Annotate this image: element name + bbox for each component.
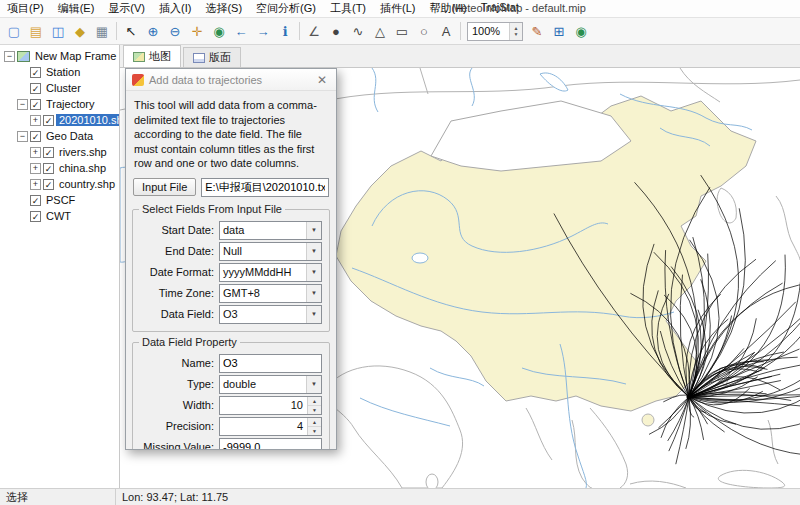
- combo-value: yyyyMMddHH: [220, 264, 306, 281]
- layer-checkbox[interactable]: ✓: [30, 83, 41, 94]
- tree-item-china-shp[interactable]: +✓china.shp: [0, 160, 119, 176]
- chevron-down-icon[interactable]: ▼: [306, 264, 321, 281]
- layer-checkbox[interactable]: ✓: [43, 163, 54, 174]
- new-icon[interactable]: ▢: [3, 20, 25, 42]
- field-label: Time Zone:: [140, 287, 214, 299]
- tab-label: 地图: [149, 49, 171, 64]
- save-icon[interactable]: ◫: [47, 20, 69, 42]
- width-spinner[interactable]: 10▲▼: [219, 396, 322, 415]
- dialog-titlebar[interactable]: Add data to trajectories ✕: [126, 69, 336, 91]
- menu-t[interactable]: 工具(T): [323, 1, 373, 16]
- dialog-title: Add data to trajectories: [149, 74, 314, 86]
- zoom-previous-icon[interactable]: ←: [230, 20, 252, 42]
- layer-checkbox[interactable]: ✓: [43, 147, 54, 158]
- tab-layout[interactable]: 版面: [183, 47, 241, 67]
- layer-checkbox[interactable]: ✓: [30, 99, 41, 110]
- spin-up-icon[interactable]: ▲: [308, 397, 321, 406]
- layer-checkbox[interactable]: ✓: [30, 211, 41, 222]
- input-file-field[interactable]: [201, 178, 329, 197]
- expand-icon[interactable]: +: [30, 147, 41, 158]
- missing-value-input[interactable]: [219, 438, 322, 449]
- spin-down-icon[interactable]: ▼: [308, 406, 321, 414]
- tree-item-rivers-shp[interactable]: +✓rivers.shp: [0, 144, 119, 160]
- menu-e[interactable]: 编辑(E): [51, 1, 102, 16]
- close-icon[interactable]: ✕: [314, 73, 330, 87]
- layer-checkbox[interactable]: ✓: [43, 115, 54, 126]
- layer-checkbox[interactable]: ✓: [30, 195, 41, 206]
- layers-panel: −New Map Frame✓Station✓Cluster−✓Trajecto…: [0, 45, 120, 488]
- menu-g[interactable]: 空间分析(G): [249, 1, 323, 16]
- precision-spinner[interactable]: 4▲▼: [219, 417, 322, 436]
- polyline-tool-icon[interactable]: ∿: [347, 20, 369, 42]
- date-format-select[interactable]: yyyyMMddHH▼: [219, 263, 322, 282]
- tree-item-trajectory[interactable]: −✓Trajectory: [0, 96, 119, 112]
- measure-icon[interactable]: ∠: [303, 20, 325, 42]
- ellipse-tool-icon[interactable]: ○: [413, 20, 435, 42]
- end-date-select[interactable]: Null▼: [219, 242, 322, 261]
- remove-layer-icon[interactable]: ▦: [91, 20, 113, 42]
- time-zone-select[interactable]: GMT+8▼: [219, 284, 322, 303]
- chevron-down-icon[interactable]: ▼: [306, 222, 321, 239]
- menu-p[interactable]: 项目(P): [0, 1, 51, 16]
- menu-l[interactable]: 插件(L): [373, 1, 422, 16]
- edit-pencil-icon[interactable]: ✎: [526, 20, 548, 42]
- tree-item-cluster[interactable]: ✓Cluster: [0, 80, 119, 96]
- chevron-down-icon[interactable]: ▼: [306, 243, 321, 260]
- map-view[interactable]: Add data to trajectories ✕ This tool wil…: [120, 68, 800, 488]
- layer-label: country.shp: [56, 178, 118, 190]
- spin-up-icon[interactable]: ▲: [308, 418, 321, 427]
- start-date-select[interactable]: data▼: [219, 221, 322, 240]
- tree-item-20201010-shp[interactable]: +✓20201010.shp: [0, 112, 119, 128]
- add-layer-icon[interactable]: ◆: [69, 20, 91, 42]
- layer-label: china.shp: [56, 162, 109, 174]
- text-tool-icon[interactable]: A: [435, 20, 457, 42]
- map-frame-label: New Map Frame: [32, 50, 119, 62]
- layer-checkbox[interactable]: ✓: [43, 179, 54, 190]
- zoom-next-icon[interactable]: →: [252, 20, 274, 42]
- layer-label: Geo Data: [43, 130, 96, 142]
- select-icon[interactable]: ↖: [120, 20, 142, 42]
- toolbar: ▢▤◫◆▦↖⊕⊖✛◉←→ℹ∠●∿△▭○A100%▲▼✎⊞◉: [0, 18, 800, 45]
- expand-icon[interactable]: +: [30, 179, 41, 190]
- input-file-button[interactable]: Input File: [133, 178, 196, 196]
- attribute-table-icon[interactable]: ⊞: [548, 20, 570, 42]
- zoom-level-select[interactable]: 100%▲▼: [467, 22, 523, 41]
- data-field-select[interactable]: O3▼: [219, 305, 322, 324]
- collapse-icon[interactable]: −: [4, 51, 15, 62]
- pan-icon[interactable]: ✛: [186, 20, 208, 42]
- tree-item-country-shp[interactable]: +✓country.shp: [0, 176, 119, 192]
- open-folder-icon[interactable]: ▤: [25, 20, 47, 42]
- spin-down-icon[interactable]: ▼: [308, 427, 321, 435]
- collapse-icon[interactable]: −: [17, 131, 28, 142]
- menu-i[interactable]: 插入(I): [152, 1, 198, 16]
- expand-icon[interactable]: +: [30, 163, 41, 174]
- identify-icon[interactable]: ℹ: [274, 20, 296, 42]
- name-input[interactable]: [219, 354, 322, 373]
- chevron-down-icon[interactable]: ▼: [306, 376, 321, 393]
- menu-s[interactable]: 选择(S): [198, 1, 249, 16]
- tree-item-geo-data[interactable]: −✓Geo Data: [0, 128, 119, 144]
- tree-item-station[interactable]: ✓Station: [0, 64, 119, 80]
- tree-root-map-frame[interactable]: −New Map Frame: [0, 48, 119, 64]
- menu-v[interactable]: 显示(V): [101, 1, 152, 16]
- field-label: End Date:: [140, 245, 214, 257]
- tree-item-cwt[interactable]: ✓CWT: [0, 208, 119, 224]
- tab-map[interactable]: 地图: [123, 45, 181, 67]
- chevron-down-icon[interactable]: ▼: [306, 306, 321, 323]
- zoom-in-icon[interactable]: ⊕: [142, 20, 164, 42]
- collapse-icon[interactable]: −: [17, 99, 28, 110]
- chevron-down-icon[interactable]: ▼: [306, 285, 321, 302]
- tree-item-pscf[interactable]: ✓PSCF: [0, 192, 119, 208]
- field-label: Start Date:: [140, 224, 214, 236]
- polygon-tool-icon[interactable]: △: [369, 20, 391, 42]
- expand-icon[interactable]: +: [30, 115, 41, 126]
- zoom-out-icon[interactable]: ⊖: [164, 20, 186, 42]
- rectangle-tool-icon[interactable]: ▭: [391, 20, 413, 42]
- full-extent-icon[interactable]: ◉: [208, 20, 230, 42]
- spinner-arrows-icon[interactable]: ▲▼: [509, 23, 522, 40]
- point-tool-icon[interactable]: ●: [325, 20, 347, 42]
- layer-checkbox[interactable]: ✓: [30, 131, 41, 142]
- type-select[interactable]: double▼: [219, 375, 322, 394]
- globe-icon[interactable]: ◉: [570, 20, 592, 42]
- layer-checkbox[interactable]: ✓: [30, 67, 41, 78]
